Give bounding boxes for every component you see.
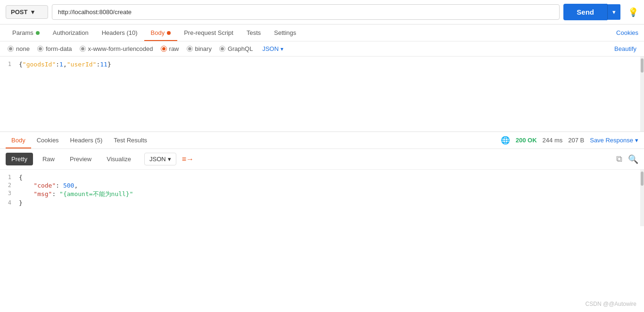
radio-urlencoded-circle xyxy=(80,46,86,52)
resp-line-4: 4 } xyxy=(0,199,644,207)
urlencoded-label: x-www-form-urlencoded xyxy=(88,45,153,52)
graphql-label: GraphQL xyxy=(228,45,253,52)
body-label: Body xyxy=(151,29,165,36)
resp-test-results-label: Test Results xyxy=(114,137,147,144)
resp-line-num-3: 3 xyxy=(0,190,19,197)
radio-graphql-circle xyxy=(219,46,225,52)
radio-urlencoded[interactable]: x-www-form-urlencoded xyxy=(80,45,153,52)
send-btn-group: Send ▾ xyxy=(563,4,620,20)
beautify-button[interactable]: Beautify xyxy=(614,45,636,52)
save-response-arrow: ▾ xyxy=(635,137,638,144)
save-response-button[interactable]: Save Response ▾ xyxy=(590,137,638,144)
response-actions: ⧉ 🔍 xyxy=(616,154,638,164)
resp-line-3: 3 "msg": "{amount=不能为null}" xyxy=(0,189,644,199)
json-format-select[interactable]: JSON ▾ xyxy=(144,153,176,165)
body-dot xyxy=(167,31,171,35)
raw-label: raw xyxy=(169,45,179,52)
format-row: Pretty Raw Preview Visualize JSON ▾ ≡→ ⧉… xyxy=(0,149,644,170)
resp-line-num-2: 2 xyxy=(0,182,19,189)
resp-code-4: } xyxy=(19,199,644,206)
resp-tab-test-results[interactable]: Test Results xyxy=(108,132,153,148)
authorization-label: Authorization xyxy=(53,29,89,36)
top-bar: POST ▾ Send ▾ 💡 xyxy=(0,0,644,25)
watermark: CSDN @@Autowire xyxy=(586,301,636,307)
resp-code-3: "msg": "{amount=不能为null}" xyxy=(19,190,644,198)
preview-label: Preview xyxy=(70,156,91,163)
resp-line-num-1: 1 xyxy=(0,174,19,181)
format-pretty[interactable]: Pretty xyxy=(6,153,33,165)
format-preview[interactable]: Preview xyxy=(64,153,97,165)
tests-label: Tests xyxy=(247,29,261,36)
radio-none[interactable]: none xyxy=(8,45,30,52)
request-code-1: {"goodsId":1,"userId":11} xyxy=(19,61,644,68)
radio-binary[interactable]: binary xyxy=(187,45,212,52)
resp-cookies-label: Cookies xyxy=(37,137,59,144)
json-format-label: JSON xyxy=(149,156,166,163)
settings-label: Settings xyxy=(274,29,296,36)
request-line-1: 1 {"goodsId":1,"userId":11} xyxy=(0,60,644,68)
radio-raw[interactable]: raw xyxy=(161,45,179,52)
json-label: JSON xyxy=(262,45,279,52)
radio-binary-circle xyxy=(187,46,193,52)
cookies-link[interactable]: Cookies xyxy=(616,25,638,41)
json-select-group[interactable]: JSON ▾ xyxy=(262,45,283,52)
radio-formdata[interactable]: form-data xyxy=(37,45,72,52)
visualize-label: Visualize xyxy=(107,156,131,163)
method-selector[interactable]: POST ▾ xyxy=(6,5,48,19)
response-status: 200 OK xyxy=(516,137,537,144)
request-body-editor[interactable]: 1 {"goodsId":1,"userId":11} xyxy=(0,57,644,132)
resp-tab-headers[interactable]: Headers (5) xyxy=(65,132,108,148)
request-tabs-row: Params Authorization Headers (10) Body P… xyxy=(0,25,644,41)
radio-none-circle xyxy=(8,46,14,52)
resp-headers-label: Headers (5) xyxy=(70,137,103,144)
globe-icon[interactable]: 🌐 xyxy=(501,136,510,145)
tab-authorization[interactable]: Authorization xyxy=(46,25,95,41)
tab-params[interactable]: Params xyxy=(6,25,46,41)
prerequest-label: Pre-request Script xyxy=(184,29,233,36)
response-body-area: 1 { 2 "code": 500, 3 "msg": "{amount=不能为… xyxy=(0,170,644,226)
binary-label: binary xyxy=(195,45,212,52)
format-visualize[interactable]: Visualize xyxy=(101,153,137,165)
radio-formdata-circle xyxy=(37,46,43,52)
resp-code-1: { xyxy=(19,174,644,181)
resp-code-2: "code": 500, xyxy=(19,182,644,189)
resp-tab-cookies[interactable]: Cookies xyxy=(31,132,65,148)
resp-line-1: 1 { xyxy=(0,173,644,181)
resp-line-2: 2 "code": 500, xyxy=(0,181,644,189)
radio-graphql[interactable]: GraphQL xyxy=(219,45,253,52)
response-scrollbar-thumb xyxy=(641,172,644,186)
radio-raw-circle xyxy=(161,46,167,52)
resp-tab-body[interactable]: Body xyxy=(6,132,31,148)
method-text: POST xyxy=(11,8,27,16)
wrap-icon[interactable]: ≡→ xyxy=(182,155,194,164)
editor-scrollbar[interactable] xyxy=(640,57,644,131)
params-dot xyxy=(36,31,40,35)
search-icon[interactable]: 🔍 xyxy=(628,154,638,164)
raw-format-label: Raw xyxy=(42,156,55,163)
editor-scrollbar-thumb xyxy=(641,58,644,73)
format-raw[interactable]: Raw xyxy=(37,153,60,165)
params-label: Params xyxy=(12,29,33,36)
resp-line-num-4: 4 xyxy=(0,199,19,206)
response-tabs-row: Body Cookies Headers (5) Test Results 🌐 … xyxy=(0,132,644,149)
tab-tests[interactable]: Tests xyxy=(240,25,267,41)
tab-prerequest[interactable]: Pre-request Script xyxy=(177,25,240,41)
json-dropdown-arrow[interactable]: ▾ xyxy=(281,46,283,52)
formdata-label: form-data xyxy=(46,45,72,52)
none-label: none xyxy=(16,45,30,52)
tab-settings[interactable]: Settings xyxy=(267,25,303,41)
resp-body-label: Body xyxy=(11,137,25,144)
headers-label: Headers (10) xyxy=(102,29,138,36)
response-section: Body Cookies Headers (5) Test Results 🌐 … xyxy=(0,132,644,312)
response-meta: 🌐 200 OK 244 ms 207 B Save Response ▾ xyxy=(501,136,638,145)
copy-icon[interactable]: ⧉ xyxy=(616,154,622,164)
save-response-label: Save Response xyxy=(590,137,633,144)
lightbulb-icon[interactable]: 💡 xyxy=(628,7,638,17)
send-dropdown-button[interactable]: ▾ xyxy=(607,4,620,20)
line-num-1: 1 xyxy=(0,61,19,67)
tab-body[interactable]: Body xyxy=(144,25,178,41)
tab-headers[interactable]: Headers (10) xyxy=(95,25,144,41)
response-scrollbar[interactable] xyxy=(640,170,644,226)
url-input[interactable] xyxy=(52,4,560,20)
send-button[interactable]: Send xyxy=(563,4,607,20)
